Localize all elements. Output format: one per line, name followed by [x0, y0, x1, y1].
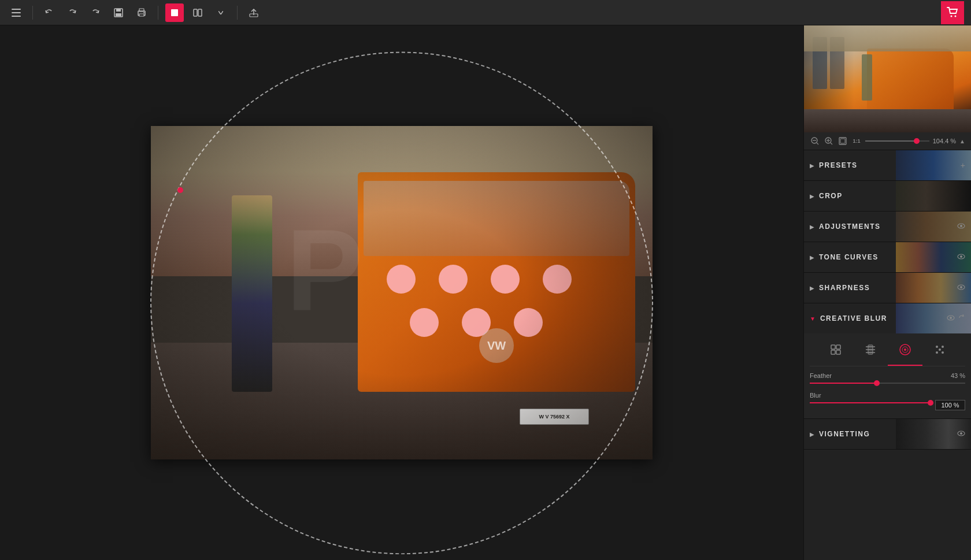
split-view-button[interactable]	[188, 3, 207, 22]
fit-screen-icon[interactable]	[837, 136, 848, 146]
adjustments-title: ADJUSTMENTS	[819, 222, 954, 231]
feather-label: Feather	[810, 372, 832, 379]
vignetting-chevron: ▶	[810, 431, 814, 437]
svg-point-16	[955, 15, 957, 17]
blur-label-row: Blur	[810, 392, 931, 399]
sharpness-section: ▶ SHARPNESS	[804, 273, 971, 303]
svg-point-32	[960, 286, 962, 288]
creative-blur-chevron: ▼	[810, 316, 816, 322]
svg-point-47	[942, 346, 944, 348]
zoom-collapse-btn[interactable]: ▲	[959, 138, 965, 144]
svg-rect-35	[831, 345, 835, 349]
crop-section: ▶ CROP	[804, 181, 971, 212]
svg-point-45	[904, 348, 906, 351]
svg-point-28	[960, 225, 962, 227]
circle-handle-dot[interactable]	[177, 187, 183, 193]
svg-rect-8	[139, 14, 144, 16]
sharpness-section-header[interactable]: ▶ SHARPNESS	[804, 273, 971, 303]
blur-slider-fill	[810, 402, 931, 403]
photo-canvas[interactable]: VW W V 75692 X	[151, 126, 653, 459]
svg-line-19	[817, 143, 818, 144]
svg-point-48	[936, 351, 938, 354]
blur-type-linear-btn[interactable]	[818, 338, 853, 361]
blur-label: Blur	[810, 392, 821, 399]
creative-blur-content: Feather 43 % Blur	[804, 333, 971, 418]
creative-blur-reset-btn[interactable]	[958, 314, 965, 322]
svg-point-49	[942, 351, 944, 354]
svg-point-46	[936, 346, 938, 348]
photo-image: VW W V 75692 X	[151, 126, 653, 459]
presets-section-header[interactable]: ▶ PRESETS +	[804, 150, 971, 180]
sharpness-chevron: ▶	[810, 285, 814, 291]
svg-rect-5	[116, 13, 121, 16]
zoom-out-icon[interactable]	[810, 136, 820, 146]
blur-type-gradient-btn[interactable]	[853, 338, 888, 361]
undo-button[interactable]	[40, 3, 58, 22]
adjustments-visibility-toggle[interactable]	[957, 222, 965, 231]
svg-rect-12	[198, 9, 202, 16]
separator-2	[158, 6, 158, 20]
feather-slider[interactable]	[810, 383, 965, 384]
photo-bus: VW	[358, 172, 635, 392]
blur-type-radial-btn[interactable]	[888, 338, 922, 361]
svg-rect-11	[194, 9, 197, 16]
vignetting-visibility-toggle[interactable]	[957, 430, 965, 438]
zoom-slider[interactable]	[865, 140, 929, 142]
svg-rect-38	[836, 350, 840, 354]
sharpness-title: SHARPNESS	[819, 284, 954, 292]
view-dropdown[interactable]	[212, 3, 230, 22]
tone-curves-title: TONE CURVES	[819, 253, 954, 261]
blur-slider-row: Blur 100 %	[810, 392, 965, 403]
presets-title: PRESETS	[819, 161, 961, 169]
svg-line-22	[831, 143, 832, 144]
separator-3	[237, 6, 238, 20]
svg-rect-36	[836, 345, 840, 349]
creative-blur-section-header[interactable]: ▼ CREATIVE BLUR	[804, 303, 971, 333]
zoom-in-icon[interactable]	[824, 136, 834, 146]
svg-rect-1	[12, 12, 21, 13]
zoom-value: 104.4 %	[933, 138, 956, 144]
redo2-button[interactable]	[86, 3, 105, 22]
print-button[interactable]	[132, 3, 151, 22]
separator-1	[32, 6, 33, 20]
actual-size-icon[interactable]: 1:1	[851, 136, 862, 146]
presets-add-btn[interactable]: +	[961, 161, 965, 170]
feather-slider-thumb[interactable]	[874, 380, 880, 386]
blur-type-tiltshift-btn[interactable]	[922, 338, 957, 361]
vignetting-title: VIGNETTING	[819, 430, 954, 438]
creative-blur-title: CREATIVE BLUR	[820, 314, 943, 322]
svg-point-34	[950, 317, 952, 319]
canvas-area[interactable]: P	[0, 25, 803, 560]
svg-rect-37	[831, 350, 835, 354]
blur-value-input[interactable]: 100 %	[935, 400, 965, 410]
svg-rect-2	[12, 16, 21, 17]
svg-rect-26	[840, 139, 845, 143]
redo-button[interactable]	[63, 3, 81, 22]
sharpness-visibility-toggle[interactable]	[957, 284, 965, 292]
single-view-button[interactable]	[165, 3, 184, 22]
toolbar-right	[941, 1, 964, 24]
vignetting-section-header[interactable]: ▶ VIGNETTING	[804, 419, 971, 449]
crop-chevron: ▶	[810, 193, 814, 199]
svg-rect-10	[171, 9, 178, 16]
main-area: P	[0, 25, 971, 560]
blur-slider-thumb[interactable]	[928, 400, 933, 406]
svg-rect-4	[116, 9, 121, 12]
feather-label-row: Feather 43 %	[810, 372, 965, 379]
blur-slider[interactable]	[810, 402, 931, 403]
svg-point-9	[143, 12, 144, 13]
share-button[interactable]	[244, 3, 263, 22]
tone-curves-section-header[interactable]: ▶ TONE CURVES	[804, 242, 971, 272]
crop-section-header[interactable]: ▶ CROP	[804, 181, 971, 211]
creative-blur-section: ▼ CREATIVE BLUR	[804, 303, 971, 419]
photo-license-plate: W V 75692 X	[520, 409, 589, 425]
cart-button[interactable]	[941, 1, 964, 24]
svg-point-52	[960, 432, 962, 435]
menu-button[interactable]	[7, 3, 25, 22]
adjustments-section-header[interactable]: ▶ ADJUSTMENTS	[804, 212, 971, 242]
svg-point-15	[951, 15, 953, 17]
tone-curves-visibility-toggle[interactable]	[957, 253, 965, 261]
adjustments-chevron: ▶	[810, 224, 814, 230]
creative-blur-visibility-toggle[interactable]	[947, 314, 955, 322]
save-button[interactable]	[109, 3, 128, 22]
